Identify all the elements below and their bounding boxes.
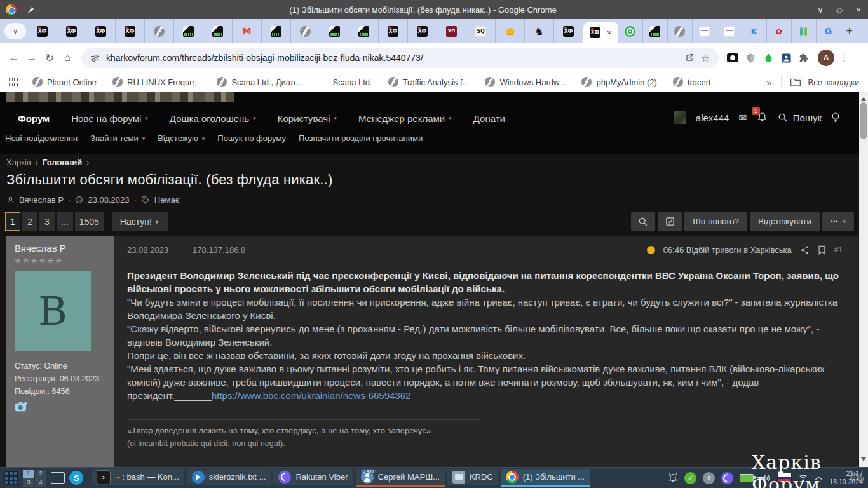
profile-card-extension-icon[interactable] bbox=[781, 53, 792, 64]
browser-menu-icon[interactable]: ⋮ bbox=[839, 52, 849, 64]
browser-tab[interactable] bbox=[145, 19, 174, 43]
next-page-button[interactable]: Наступ! ▸ bbox=[112, 212, 168, 231]
virtual-desktop-pager[interactable]: 1 2 3 4 bbox=[23, 470, 46, 487]
page-button[interactable]: 1505 bbox=[75, 212, 104, 231]
browser-tab[interactable]: ХФ bbox=[116, 19, 145, 43]
close-button[interactable]: × bbox=[849, 5, 868, 15]
camera-extension-icon[interactable] bbox=[727, 53, 738, 62]
app-launcher-button[interactable] bbox=[4, 471, 18, 485]
desktop-cell[interactable]: 4 bbox=[35, 478, 46, 487]
show-desktop-button[interactable] bbox=[51, 472, 65, 484]
select-posts-button[interactable] bbox=[658, 212, 682, 231]
browser-tab[interactable] bbox=[349, 19, 379, 43]
new-tab-button[interactable]: + bbox=[846, 25, 853, 38]
back-button[interactable]: ← bbox=[5, 49, 23, 67]
taskbar-task[interactable]: Rakuten Viber bbox=[273, 469, 353, 487]
battery-icon[interactable] bbox=[740, 474, 754, 482]
bookmark-item[interactable]: Traffic Analysis f... bbox=[388, 77, 470, 87]
browser-tab[interactable]: ХФ bbox=[86, 19, 116, 43]
page-button[interactable]: 2 bbox=[22, 212, 37, 231]
alerts-bell-icon[interactable]: 1 bbox=[757, 112, 768, 123]
forum-nav-item[interactable]: Донати bbox=[473, 113, 505, 124]
browser-tab[interactable] bbox=[320, 19, 349, 43]
browser-tab[interactable]: ХФ bbox=[379, 19, 408, 43]
reload-button[interactable]: ↻ bbox=[41, 49, 58, 67]
maximize-button[interactable]: ◇ bbox=[830, 5, 849, 15]
taskbar-clock[interactable]: 21:17 18.10.2024 bbox=[829, 470, 863, 485]
author-avatar[interactable]: В bbox=[15, 271, 91, 351]
profile-avatar[interactable]: A bbox=[818, 50, 834, 66]
browser-tab[interactable]: ♞ bbox=[525, 19, 554, 43]
tab-close-icon[interactable]: × bbox=[607, 28, 612, 37]
browser-tab[interactable] bbox=[668, 19, 693, 43]
bbc-news-link[interactable]: https://www.bbc.com/ukrainian/news-66594… bbox=[212, 390, 411, 401]
bookmark-item[interactable]: Scana Ltd. bbox=[318, 77, 372, 87]
browser-tab[interactable]: G bbox=[817, 19, 841, 43]
all-bookmarks-button[interactable]: Все закладки bbox=[808, 78, 859, 87]
post-date[interactable]: 23.08.2023 bbox=[127, 245, 168, 255]
forward-button[interactable]: → bbox=[23, 49, 41, 67]
forum-subnav-item[interactable]: Нові повідомлення bbox=[5, 133, 78, 143]
forum-nav-item[interactable]: Нове на форумі ▾ bbox=[71, 113, 148, 124]
forum-nav-item[interactable]: Користувачі ▾ bbox=[278, 113, 337, 124]
browser-tab[interactable] bbox=[693, 19, 717, 43]
skype-icon[interactable]: S bbox=[69, 471, 83, 485]
bookmark-item[interactable]: Planet Online bbox=[32, 77, 97, 87]
more-options-button[interactable]: ••• ▾ bbox=[822, 212, 854, 231]
volume-icon[interactable] bbox=[760, 473, 771, 483]
browser-tab[interactable]: K bbox=[742, 19, 767, 43]
browser-tab[interactable] bbox=[792, 19, 817, 43]
notifications-bell-icon[interactable] bbox=[668, 473, 678, 483]
open-in-new-icon[interactable] bbox=[684, 53, 695, 63]
bookmark-icon[interactable] bbox=[818, 245, 826, 255]
bookmark-item[interactable]: Scana Ltd., Диал... bbox=[217, 77, 302, 87]
browser-tab[interactable]: ХФ bbox=[28, 19, 57, 43]
browser-tab[interactable] bbox=[174, 19, 203, 43]
browser-tab[interactable]: SQ bbox=[466, 19, 496, 43]
bookmark-item[interactable]: tracert bbox=[673, 77, 711, 87]
adblock-extension-icon[interactable] bbox=[763, 53, 774, 64]
share-icon[interactable] bbox=[800, 245, 810, 255]
thread-date[interactable]: 23.08.2023 bbox=[88, 195, 129, 205]
updates-ok-icon[interactable]: ✓ bbox=[684, 472, 696, 484]
site-info-icon[interactable] bbox=[90, 53, 100, 63]
browser-tab[interactable] bbox=[203, 19, 233, 43]
browser-tab[interactable] bbox=[618, 19, 643, 43]
expand-tray-chevron-icon[interactable] bbox=[815, 475, 823, 481]
browser-tab[interactable]: ✿ bbox=[767, 19, 792, 43]
browser-tab[interactable]: УП bbox=[437, 19, 466, 43]
scrollbar-thumb[interactable] bbox=[860, 102, 867, 139]
home-button[interactable]: ⌂ bbox=[58, 49, 76, 67]
forum-subnav-item[interactable]: Відстежую ▾ bbox=[158, 133, 205, 143]
browser-tab[interactable] bbox=[262, 19, 291, 43]
active-browser-tab[interactable]: ХФ × bbox=[583, 22, 618, 43]
network-signal-icon[interactable] bbox=[798, 473, 808, 482]
post-author-name[interactable]: Вячеслав Р bbox=[15, 243, 106, 254]
scroll-down-arrow[interactable] bbox=[861, 458, 866, 464]
forum-nav-item[interactable]: Дошка оголошень ▾ bbox=[170, 113, 256, 124]
keyboard-layout-flag-icon[interactable] bbox=[777, 473, 792, 483]
bookmark-item[interactable]: phpMyAdmin (2) bbox=[581, 77, 656, 87]
whats-new-button[interactable]: Шо нового? bbox=[684, 212, 747, 231]
forum-subnav-item[interactable]: Знайти теми ▾ bbox=[90, 133, 145, 143]
browser-tab[interactable]: ХФ bbox=[57, 19, 86, 43]
viber-tray-icon[interactable] bbox=[721, 472, 733, 484]
apps-grid-icon[interactable] bbox=[9, 78, 18, 86]
user-avatar[interactable] bbox=[674, 111, 686, 124]
thread-author-link[interactable]: Вячеслав Р bbox=[19, 195, 64, 205]
desktop-cell[interactable]: 1 bbox=[23, 470, 34, 478]
taskbar-task[interactable]: ~ : bash — Kon... bbox=[92, 469, 184, 487]
taskbar-task[interactable]: KRDC bbox=[447, 469, 498, 487]
page-button[interactable]: ... bbox=[57, 212, 73, 231]
url-text[interactable]: kharkovforum.com/threads/zbilshiti-obsja… bbox=[106, 53, 678, 63]
taskbar-task[interactable]: skleroznik.txt ... bbox=[187, 469, 271, 487]
browser-tab[interactable] bbox=[291, 19, 320, 43]
thread-search-button[interactable] bbox=[631, 212, 655, 231]
browser-tab[interactable]: ХФ bbox=[408, 19, 437, 43]
browser-tab[interactable] bbox=[496, 19, 525, 43]
bookmarks-overflow-icon[interactable]: » bbox=[766, 77, 771, 88]
page-button[interactable]: 1 bbox=[5, 212, 20, 231]
watch-thread-button[interactable]: Відстежувати bbox=[750, 212, 820, 231]
taskbar-task[interactable]: 8 490 Сергей МАРШ... bbox=[356, 469, 445, 487]
forum-subnav-item[interactable]: Пошук по форуму bbox=[217, 133, 286, 143]
